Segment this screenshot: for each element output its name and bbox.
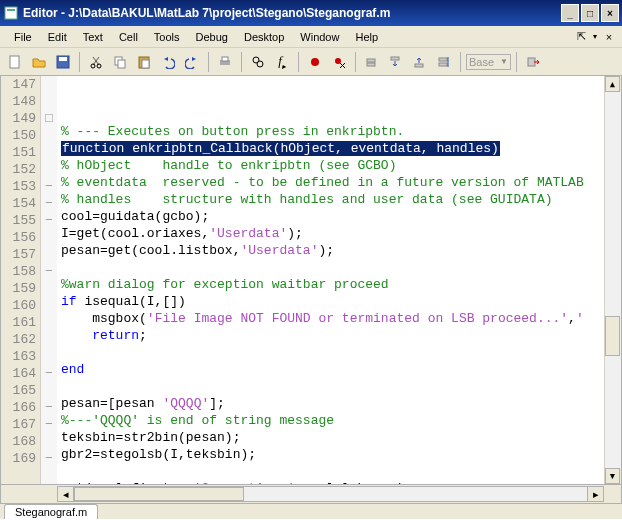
toolbar: f▸ Base ▼ <box>0 48 622 76</box>
toolbar-separator <box>241 52 242 72</box>
menu-debug[interactable]: Debug <box>188 26 236 47</box>
svg-point-15 <box>311 58 319 66</box>
svg-point-14 <box>257 61 263 67</box>
svg-rect-2 <box>10 56 19 68</box>
code-area[interactable]: % --- Executes on button press in enkrip… <box>57 76 621 484</box>
dock-close-icon[interactable]: × <box>602 31 616 43</box>
cut-icon[interactable] <box>85 51 107 73</box>
scroll-left-icon[interactable]: ◂ <box>57 486 74 502</box>
print-icon[interactable] <box>214 51 236 73</box>
svg-rect-17 <box>367 59 375 62</box>
document-tab[interactable]: Steganograf.m <box>4 504 98 519</box>
menu-edit[interactable]: Edit <box>40 26 75 47</box>
open-icon[interactable] <box>28 51 50 73</box>
svg-rect-23 <box>528 58 535 66</box>
breakpoint-clear-icon[interactable] <box>328 51 350 73</box>
maximize-button[interactable]: □ <box>581 4 599 22</box>
svg-rect-19 <box>391 57 399 60</box>
scroll-thumb[interactable] <box>605 316 620 356</box>
toolbar-separator <box>298 52 299 72</box>
svg-rect-1 <box>7 9 15 11</box>
breakpoint-toggle-icon[interactable] <box>304 51 326 73</box>
menu-file[interactable]: File <box>6 26 40 47</box>
run-icon[interactable] <box>433 51 455 73</box>
scroll-up-icon[interactable]: ▴ <box>605 76 620 92</box>
save-icon[interactable] <box>52 51 74 73</box>
app-icon <box>3 5 19 21</box>
fx-icon[interactable]: f▸ <box>271 51 293 73</box>
menu-help[interactable]: Help <box>347 26 386 47</box>
menu-bar: File Edit Text Cell Tools Debug Desktop … <box>0 26 622 48</box>
scroll-right-icon[interactable]: ▸ <box>587 486 604 502</box>
minimize-button[interactable]: _ <box>561 4 579 22</box>
paste-icon[interactable] <box>133 51 155 73</box>
menu-text[interactable]: Text <box>75 26 111 47</box>
svg-rect-22 <box>439 63 447 66</box>
redo-icon[interactable] <box>181 51 203 73</box>
toolbar-separator <box>79 52 80 72</box>
svg-rect-10 <box>142 60 149 68</box>
svg-rect-4 <box>59 57 67 61</box>
dock-icon[interactable]: ⇱ <box>574 30 588 43</box>
document-tab-bar: Steganograf.m <box>0 503 622 519</box>
menu-tools[interactable]: Tools <box>146 26 188 47</box>
svg-rect-12 <box>222 57 228 61</box>
line-number-gutter: 1471481491501511521531541551561571581591… <box>1 76 41 484</box>
window-title: Editor - J:\Data\BAKUL\MatLab 7\project\… <box>23 6 559 20</box>
code-editor[interactable]: 1471481491501511521531541551561571581591… <box>0 76 622 485</box>
horizontal-scrollbar[interactable]: ◂ ▸ <box>0 485 622 503</box>
close-button[interactable]: × <box>601 4 619 22</box>
new-icon[interactable] <box>4 51 26 73</box>
title-bar: Editor - J:\Data\BAKUL\MatLab 7\project\… <box>0 0 622 26</box>
svg-rect-20 <box>415 64 423 67</box>
toolbar-separator <box>516 52 517 72</box>
svg-rect-21 <box>439 58 447 61</box>
svg-rect-0 <box>5 7 17 19</box>
scroll-down-icon[interactable]: ▾ <box>605 468 620 484</box>
toolbar-separator <box>460 52 461 72</box>
scroll-track[interactable] <box>74 486 587 502</box>
svg-rect-18 <box>367 63 375 66</box>
step-in-icon[interactable] <box>385 51 407 73</box>
fold-gutter[interactable]: □−−−−−−−− <box>41 76 57 484</box>
dock-dropdown-icon[interactable]: ▾ <box>588 32 602 41</box>
exit-debug-icon[interactable] <box>522 51 544 73</box>
scroll-thumb[interactable] <box>74 487 244 501</box>
toolbar-separator <box>355 52 356 72</box>
undo-icon[interactable] <box>157 51 179 73</box>
step-out-icon[interactable] <box>409 51 431 73</box>
stack-selector[interactable]: Base ▼ <box>466 54 511 70</box>
toolbar-separator <box>208 52 209 72</box>
svg-rect-8 <box>118 60 125 68</box>
menu-cell[interactable]: Cell <box>111 26 146 47</box>
scroll-track[interactable] <box>605 92 621 468</box>
step-icon[interactable] <box>361 51 383 73</box>
vertical-scrollbar[interactable]: ▴ ▾ <box>604 76 621 484</box>
copy-icon[interactable] <box>109 51 131 73</box>
menu-window[interactable]: Window <box>292 26 347 47</box>
stack-label: Base <box>469 56 494 68</box>
find-icon[interactable] <box>247 51 269 73</box>
menu-desktop[interactable]: Desktop <box>236 26 292 47</box>
